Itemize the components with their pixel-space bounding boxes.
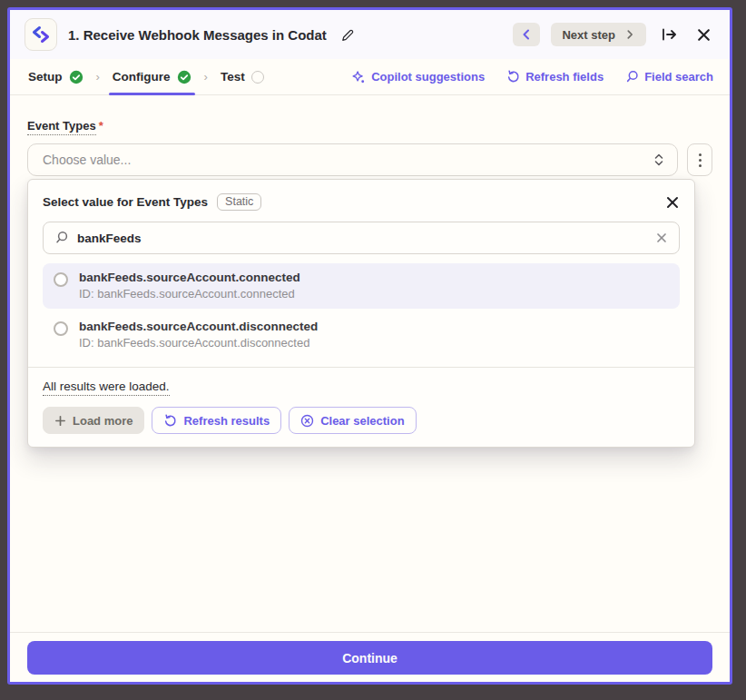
field-menu-button[interactable]	[687, 143, 712, 176]
field-search-button[interactable]: Field search	[625, 70, 713, 84]
kebab-icon	[699, 153, 702, 156]
pending-circle-icon	[251, 71, 264, 84]
copilot-suggestions-button[interactable]: Copilot suggestions	[351, 70, 485, 84]
configure-body: Event Types* Choose value...	[10, 95, 730, 632]
search-icon	[54, 231, 69, 245]
step-editor-panel: 1. Receive Webhook Messages in Codat Nex…	[7, 7, 732, 685]
option-row[interactable]: bankFeeds.sourceAccount.connected ID: ba…	[43, 263, 680, 309]
results-status-text: All results were loaded.	[43, 380, 170, 396]
next-step-button[interactable]: Next step	[551, 23, 646, 46]
expand-panel-icon	[660, 25, 678, 44]
refresh-icon	[506, 70, 520, 84]
tab-setup[interactable]: Setup	[26, 59, 85, 94]
copilot-suggestions-label: Copilot suggestions	[371, 70, 485, 84]
refresh-results-button[interactable]: Refresh results	[152, 407, 281, 434]
load-more-button[interactable]: Load more	[43, 407, 144, 434]
continue-button[interactable]: Continue	[27, 641, 712, 675]
step-tabbar: Setup › Configure › Test	[10, 59, 730, 95]
dropdown-search-box	[43, 222, 680, 254]
option-text: bankFeeds.sourceAccount.disconnected ID:…	[79, 320, 318, 350]
tab-separator-icon: ›	[96, 70, 100, 84]
codat-app-icon	[25, 18, 57, 51]
required-marker: *	[99, 119, 103, 133]
dropdown-options-list: bankFeeds.sourceAccount.connected ID: ba…	[28, 263, 694, 358]
option-text: bankFeeds.sourceAccount.connected ID: ba…	[79, 271, 300, 301]
option-label: bankFeeds.sourceAccount.disconnected	[79, 320, 318, 333]
clear-icon	[655, 232, 668, 244]
previous-step-button[interactable]	[513, 23, 540, 46]
clear-selection-label: Clear selection	[320, 414, 405, 428]
option-id: ID: bankFeeds.sourceAccount.disconnected	[79, 336, 318, 350]
dropdown-title: Select value for Event Types	[43, 195, 208, 209]
panel-footer: Continue	[10, 632, 730, 682]
tab-setup-label: Setup	[28, 70, 63, 84]
event-types-label: Event Types	[27, 119, 96, 135]
check-circle-icon	[177, 70, 191, 84]
tab-test-label: Test	[221, 70, 245, 84]
field-label-row: Event Types*	[27, 117, 712, 135]
dropdown-close-button[interactable]	[665, 195, 680, 210]
field-search-label: Field search	[644, 70, 713, 84]
option-label: bankFeeds.sourceAccount.connected	[79, 271, 300, 284]
clear-selection-button[interactable]: Clear selection	[289, 407, 417, 434]
dropdown-header: Select value for Event Types Static	[28, 180, 694, 216]
dropdown-footer: All results were loaded. Load more	[28, 368, 694, 447]
close-panel-button[interactable]	[692, 23, 715, 46]
refresh-fields-label: Refresh fields	[525, 70, 604, 84]
option-id: ID: bankFeeds.sourceAccount.connected	[79, 287, 300, 301]
radio-icon[interactable]	[54, 272, 68, 287]
event-types-select[interactable]: Choose value...	[27, 143, 678, 176]
select-updown-icon	[652, 152, 666, 168]
option-row[interactable]: bankFeeds.sourceAccount.disconnected ID:…	[43, 312, 680, 358]
refresh-fields-button[interactable]: Refresh fields	[506, 70, 604, 84]
static-badge: Static	[217, 193, 261, 211]
radio-icon[interactable]	[54, 321, 68, 336]
close-icon	[696, 27, 712, 43]
search-icon	[625, 70, 639, 84]
tab-configure[interactable]: Configure	[111, 59, 193, 94]
chevron-right-icon	[624, 29, 635, 40]
refresh-results-label: Refresh results	[183, 414, 270, 428]
event-types-dropdown: Select value for Event Types Static	[27, 179, 695, 448]
sparkle-icon	[351, 70, 366, 84]
step-title: 1. Receive Webhook Messages in Codat	[68, 27, 327, 43]
dropdown-actions: Load more Refresh results	[43, 407, 680, 434]
edit-title-icon[interactable]	[339, 27, 355, 43]
tab-configure-label: Configure	[113, 70, 171, 84]
step-header: 1. Receive Webhook Messages in Codat Nex…	[10, 10, 730, 59]
check-circle-icon	[69, 70, 83, 84]
close-icon	[665, 195, 680, 210]
event-types-field-row: Choose value...	[27, 143, 712, 176]
load-more-label: Load more	[73, 414, 133, 428]
refresh-icon	[163, 414, 177, 428]
next-step-label: Next step	[562, 28, 615, 42]
screenshot-stage: 1. Receive Webhook Messages in Codat Nex…	[0, 0, 746, 700]
circle-x-icon	[300, 414, 314, 428]
dropdown-search-input[interactable]	[77, 232, 647, 245]
tab-test[interactable]: Test	[219, 59, 266, 94]
select-placeholder: Choose value...	[43, 153, 131, 167]
codat-logo-icon	[30, 24, 52, 45]
chevron-left-icon	[520, 28, 533, 41]
tab-separator-icon: ›	[204, 70, 208, 84]
plus-icon	[54, 415, 66, 427]
clear-search-button[interactable]	[655, 232, 668, 244]
open-full-editor-button[interactable]	[657, 23, 681, 46]
